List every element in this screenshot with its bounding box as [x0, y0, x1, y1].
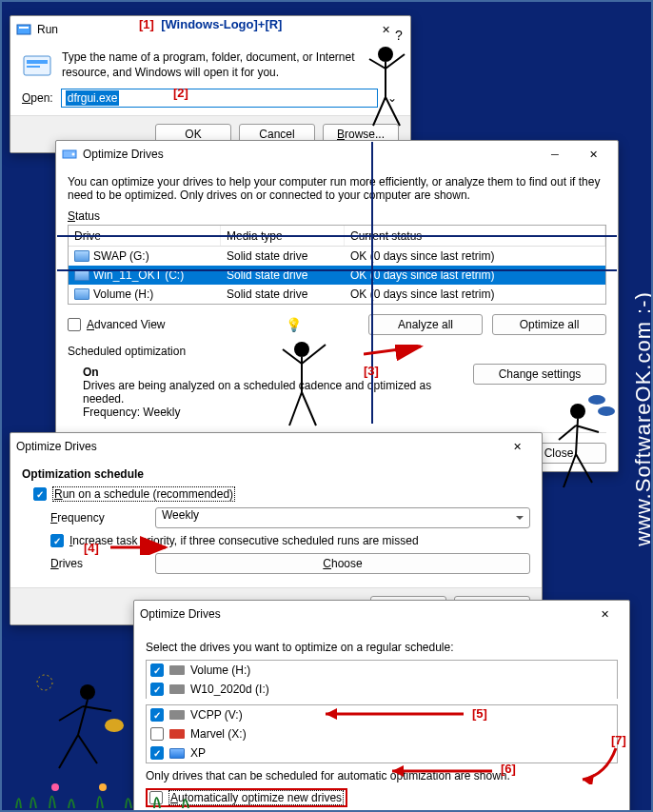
svg-point-19: [105, 719, 124, 732]
optimize-description: You can optimize your drives to help you…: [68, 175, 606, 202]
svg-rect-4: [27, 66, 40, 68]
sched-opt-label: Scheduled optimization: [68, 345, 606, 358]
choose-button[interactable]: Choose: [155, 553, 530, 574]
side-watermark: www.SoftwareOK.com :-): [631, 291, 653, 546]
drive-list-body[interactable]: SWAP (G:) Solid state drive OK (0 days s…: [69, 247, 605, 304]
auto-optimize-checkbox[interactable]: [149, 791, 163, 804]
advanced-view-label: Advanced View: [87, 318, 166, 331]
svg-rect-1: [19, 27, 29, 29]
optimize-title: Optimize Drives: [83, 148, 536, 161]
drive-row[interactable]: SWAP (G:) Solid state drive OK (0 days s…: [69, 247, 605, 266]
titlebar: Optimize Drives ─ ✕: [56, 141, 618, 168]
drive-checkbox[interactable]: [150, 746, 164, 760]
dropdown-arrow-icon[interactable]: ⌄: [386, 91, 399, 105]
drive-item[interactable]: Marvel (X:): [147, 724, 617, 743]
increase-priority-label: Increase task priority, if three consecu…: [69, 534, 419, 547]
info-text: Only drives that can be scheduled for au…: [146, 769, 618, 782]
titlebar: Optimize Drives ✕: [134, 601, 629, 627]
run-title: Run: [37, 23, 366, 36]
drives-label: Drives: [50, 557, 146, 570]
optimize-drives-dialog: Optimize Drives ─ ✕ You can optimize you…: [55, 140, 619, 472]
open-label: Open:: [22, 91, 53, 105]
drive-item[interactable]: Volume (H:): [147, 661, 617, 680]
frequency-select[interactable]: Weekly: [155, 507, 530, 528]
auto-optimize-label: Automatically optimize new drives: [168, 790, 344, 805]
drive-item[interactable]: W10_2020d (I:): [147, 680, 617, 699]
minimize-button[interactable]: ─: [536, 142, 574, 167]
drive-icon: [74, 288, 89, 300]
run-description: Type the name of a program, folder, docu…: [62, 50, 399, 81]
drive-icon: [74, 250, 89, 262]
select-heading: Select the drives you want to optimize o…: [146, 641, 618, 654]
analyze-all-button[interactable]: Analyze all: [368, 314, 483, 335]
drive-icon: [169, 729, 185, 739]
drive-checkbox[interactable]: [150, 663, 164, 677]
drive-item[interactable]: XP: [147, 743, 617, 762]
status-label: Status: [68, 209, 606, 223]
drive-checkbox[interactable]: [150, 683, 164, 696]
close-button[interactable]: ✕: [574, 142, 612, 167]
change-settings-button[interactable]: Change settings: [473, 364, 606, 385]
close-button[interactable]: ✕: [498, 434, 536, 459]
schedule-dialog: Optimize Drives ✕ Optimization schedule …: [10, 432, 543, 625]
drive-icon: [62, 147, 77, 162]
drive-checkbox[interactable]: [150, 708, 164, 722]
frequency-label: Frequency: [50, 511, 146, 525]
svg-rect-3: [27, 60, 48, 64]
select-drives-dialog: Optimize Drives ✕ Select the drives you …: [133, 600, 630, 812]
stick-figure: [30, 668, 135, 792]
sched-text: Drives are being analyzed on a scheduled…: [83, 379, 473, 406]
schedule-title: Optimize Drives: [16, 440, 498, 453]
drive-item[interactable]: VCPP (V:): [147, 705, 617, 724]
run-big-icon: [22, 50, 52, 81]
run-schedule-checkbox[interactable]: [33, 487, 47, 501]
svg-rect-0: [17, 25, 30, 34]
schedule-heading: Optimization schedule: [22, 467, 530, 481]
drive-checkbox[interactable]: [150, 727, 164, 741]
svg-point-20: [37, 675, 52, 690]
drive-icon: [169, 748, 185, 759]
sched-freq: Frequency: Weekly: [83, 406, 473, 419]
run-schedule-label: Run on a schedule (recommended): [52, 486, 235, 502]
open-input[interactable]: dfrgui.exe: [61, 89, 378, 108]
svg-point-6: [72, 153, 75, 156]
titlebar: Optimize Drives ✕: [10, 433, 542, 460]
svg-point-21: [51, 783, 59, 791]
increase-priority-checkbox[interactable]: [50, 534, 64, 547]
close-button[interactable]: ✕: [366, 17, 405, 42]
svg-point-22: [99, 783, 107, 791]
optimize-all-button[interactable]: Optimize all: [492, 314, 606, 335]
drive-icon: [169, 684, 185, 694]
sched-on: On: [83, 366, 473, 379]
drive-icon: [169, 710, 185, 720]
drive-icon: [169, 665, 185, 675]
advanced-view-checkbox[interactable]: [68, 318, 81, 331]
drive-row[interactable]: Volume (H:) Solid state drive OK (0 days…: [69, 285, 605, 304]
titlebar: Run ✕: [10, 16, 410, 43]
close-button[interactable]: ✕: [585, 602, 623, 626]
run-icon: [16, 22, 31, 37]
drive-row[interactable]: Win_11_OKT (C:) Solid state drive OK (0 …: [69, 266, 605, 285]
select-title: Optimize Drives: [140, 607, 585, 621]
run-dialog: Run ✕ Type the name of a program, folder…: [10, 15, 411, 153]
svg-point-18: [80, 684, 95, 700]
